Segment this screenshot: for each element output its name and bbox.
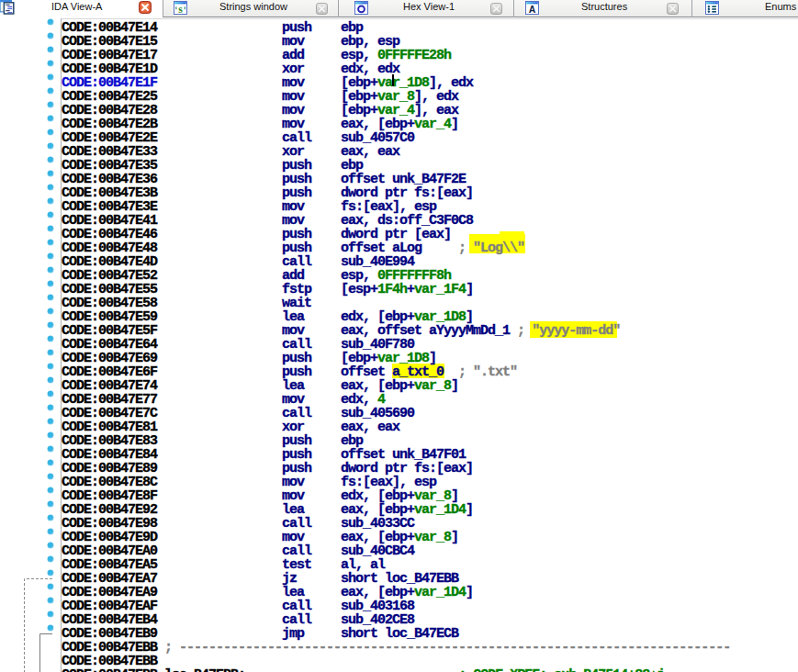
svg-text:A: A [529, 4, 536, 15]
svg-text:s: s [178, 4, 183, 15]
